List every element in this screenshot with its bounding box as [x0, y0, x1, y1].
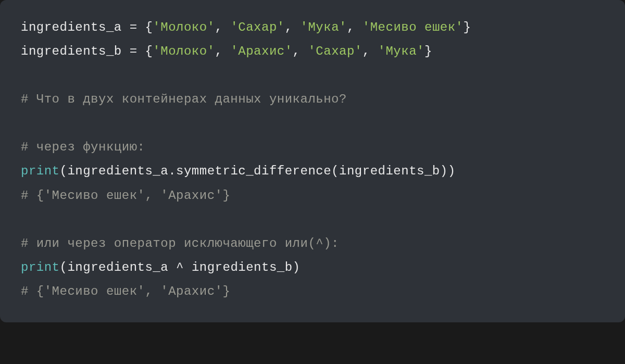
- comma: ,: [215, 20, 231, 34]
- assign-operator: =: [122, 44, 145, 58]
- open-brace: {: [145, 20, 153, 34]
- close-paren: ): [448, 164, 456, 178]
- variable-name: ingredients_a: [67, 260, 168, 274]
- builtin-function: print: [21, 260, 60, 274]
- code-line-10: # или через оператор исключающего или(^)…: [21, 232, 604, 256]
- code-line-11: print(ingredients_a ^ ingredients_b): [21, 256, 604, 280]
- variable-name: ingredients_b: [21, 44, 122, 58]
- code-line-2: ingredients_b = {'Молоко', 'Арахис', 'Са…: [21, 40, 604, 64]
- code-line-12: # {'Месиво ешек', 'Арахис'}: [21, 280, 604, 304]
- code-line-8: # {'Месиво ешек', 'Арахис'}: [21, 184, 604, 208]
- comma: ,: [285, 20, 301, 34]
- method-name: symmetric_difference: [176, 164, 331, 178]
- comment: # или через оператор исключающего или(^)…: [21, 236, 339, 250]
- code-line-7: print(ingredients_a.symmetric_difference…: [21, 159, 604, 183]
- comma: ,: [293, 44, 308, 58]
- string-literal: 'Мука': [378, 44, 424, 58]
- close-paren: ): [440, 164, 448, 178]
- comment: # {'Месиво ешек', 'Арахис'}: [21, 189, 230, 203]
- dot-operator: .: [168, 164, 176, 178]
- string-literal: 'Молоко': [153, 44, 215, 58]
- close-brace: }: [424, 44, 432, 58]
- variable-name: ingredients_b: [192, 260, 293, 274]
- string-literal: 'Месиво ешек': [362, 20, 464, 34]
- open-paren: (: [60, 164, 68, 178]
- code-line-5: [21, 111, 604, 135]
- code-line-3: [21, 64, 604, 87]
- xor-operator: ^: [168, 260, 192, 274]
- open-paren: (: [331, 164, 339, 178]
- builtin-function: print: [21, 164, 60, 178]
- assign-operator: =: [122, 20, 145, 34]
- string-literal: 'Арахис': [230, 44, 292, 58]
- code-line-1: ingredients_a = {'Молоко', 'Сахар', 'Мук…: [21, 16, 604, 40]
- comment: # Что в двух контейнерах данных уникальн…: [21, 92, 347, 106]
- code-block: ingredients_a = {'Молоко', 'Сахар', 'Мук…: [0, 0, 625, 322]
- comma: ,: [215, 44, 231, 58]
- open-brace: {: [145, 44, 153, 58]
- variable-name: ingredients_a: [21, 20, 122, 34]
- close-paren: ): [293, 260, 301, 274]
- string-literal: 'Мука': [301, 20, 347, 34]
- comment: # через функцию:: [21, 140, 145, 154]
- close-brace: }: [464, 20, 471, 34]
- string-literal: 'Сахар': [308, 44, 362, 58]
- code-line-9: [21, 208, 604, 232]
- variable-name: ingredients_b: [339, 164, 440, 178]
- code-line-4: # Что в двух контейнерах данных уникальн…: [21, 87, 604, 111]
- variable-name: ingredients_a: [67, 164, 168, 178]
- comma: ,: [347, 20, 362, 34]
- comment: # {'Месиво ешек', 'Арахис'}: [21, 284, 230, 298]
- string-literal: 'Сахар': [230, 20, 284, 34]
- string-literal: 'Молоко': [153, 20, 215, 34]
- code-line-6: # через функцию:: [21, 135, 604, 159]
- comma: ,: [362, 44, 378, 58]
- open-paren: (: [60, 260, 68, 274]
